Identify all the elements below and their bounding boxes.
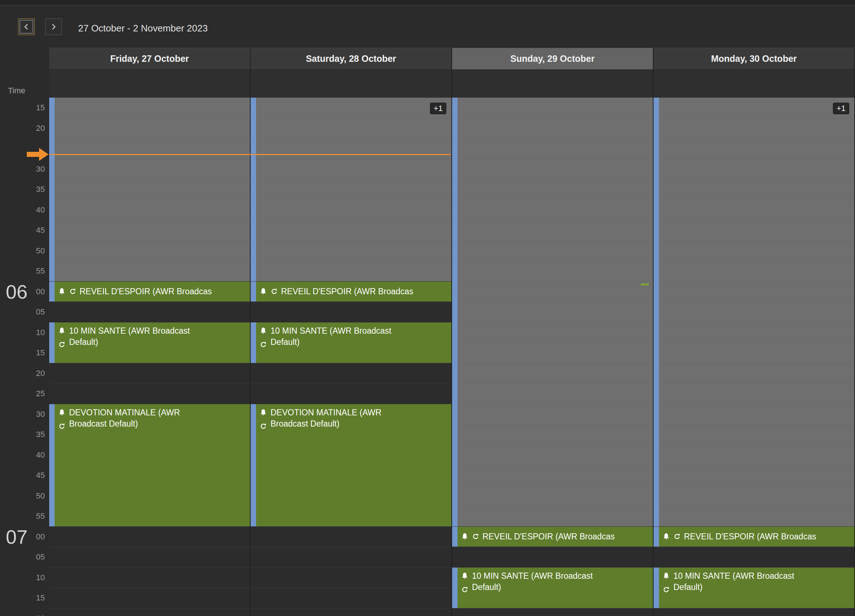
window-top-strip (0, 0, 855, 5)
recurrence-icon (259, 341, 267, 349)
program-event-block[interactable]: REVEIL D'ESPOIR (AWR Broadcas (251, 281, 451, 302)
bell-icon (259, 408, 267, 416)
current-time-arrow-icon (27, 147, 49, 164)
allday-cell-3[interactable] (452, 70, 653, 98)
minute-label: 15 (0, 98, 45, 118)
status-stripe (49, 323, 55, 363)
program-event-block[interactable]: 10 MIN SANTE (AWR Broadcast Default) (251, 323, 451, 363)
allday-cell-2[interactable] (251, 70, 451, 98)
day-column-3[interactable]: REVEIL D'ESPOIR (AWR Broadcas10 MIN SANT… (452, 98, 653, 616)
minute-label: 35 (0, 179, 45, 200)
status-stripe (654, 567, 659, 608)
event-title: REVEIL D'ESPOIR (AWR Broadcas (684, 532, 816, 541)
allday-cell-4[interactable] (654, 70, 854, 98)
continuation-event-block[interactable] (49, 98, 250, 281)
continuation-event-block[interactable] (654, 98, 854, 526)
hour-label: 07 (6, 527, 28, 547)
recurrence-icon (472, 532, 480, 540)
recurrence-icon (270, 287, 278, 295)
event-title: REVEIL D'ESPOIR (AWR Broadcas (483, 532, 615, 541)
minute-label: 55 (0, 506, 45, 526)
status-stripe (654, 527, 659, 547)
minute-label: 15 (0, 588, 45, 608)
bell-icon (58, 327, 66, 335)
minute-label: 20 (0, 118, 45, 138)
event-title: 10 MIN SANTE (AWR Broadcast Default) (673, 570, 798, 593)
day-header-3[interactable]: Sunday, 29 October (452, 48, 653, 69)
status-stripe (452, 527, 458, 547)
minute-label: 05 (0, 302, 45, 322)
event-content: 10 MIN SANTE (AWR Broadcast Default) (256, 323, 450, 363)
day-header-2[interactable]: Saturday, 28 October (251, 48, 451, 69)
recurrence-icon (58, 422, 66, 430)
event-content: REVEIL D'ESPOIR (AWR Broadcas (659, 527, 853, 547)
chevron-left-icon (22, 22, 31, 31)
event-icon-column (58, 326, 66, 349)
bell-icon (461, 572, 469, 580)
recurrence-icon (69, 287, 77, 295)
program-event-block[interactable]: DEVOTION MATINALE (AWR Broadcast Default… (49, 404, 250, 526)
minute-label: 45 (0, 220, 45, 240)
minute-label: 50 (0, 486, 45, 506)
next-period-button[interactable] (45, 18, 62, 35)
bell-icon (58, 287, 66, 295)
event-content: DEVOTION MATINALE (AWR Broadcast Default… (55, 404, 249, 526)
minute-label: 30 (0, 404, 45, 424)
status-stripe (251, 98, 256, 281)
minute-label: 50 (0, 241, 45, 261)
continuation-event-block[interactable] (251, 98, 451, 281)
recurrence-icon (259, 422, 267, 430)
minute-label: 10 (0, 567, 45, 588)
day-column-4[interactable]: REVEIL D'ESPOIR (AWR Broadcas10 MIN SANT… (654, 98, 854, 616)
day-column-1[interactable]: REVEIL D'ESPOIR (AWR Broadcas10 MIN SANT… (49, 98, 250, 616)
bell-icon (461, 532, 469, 540)
program-event-block[interactable]: REVEIL D'ESPOIR (AWR Broadcas (654, 527, 854, 547)
minute-label: 05 (0, 547, 45, 567)
previous-period-button[interactable] (18, 18, 35, 35)
event-title: 10 MIN SANTE (AWR Broadcast Default) (271, 326, 395, 348)
program-event-block[interactable]: 10 MIN SANTE (AWR Broadcast Default) (452, 567, 653, 608)
event-title: REVEIL D'ESPOIR (AWR Broadcas (80, 287, 212, 297)
recurrence-icon (461, 585, 469, 594)
minute-label: 20 (0, 608, 45, 616)
program-event-block[interactable]: 10 MIN SANTE (AWR Broadcast Default) (49, 323, 250, 363)
minute-label: 20 (0, 363, 45, 384)
allday-cell-1[interactable] (49, 70, 250, 98)
day-header-4[interactable]: Monday, 30 October (654, 48, 854, 69)
day-header-1[interactable]: Friday, 27 October (49, 48, 250, 69)
bell-icon (662, 532, 670, 540)
program-event-block[interactable]: REVEIL D'ESPOIR (AWR Broadcas (49, 281, 250, 302)
event-title: DEVOTION MATINALE (AWR Broadcast Default… (271, 407, 395, 430)
status-stripe (452, 567, 458, 608)
minute-label: 35 (0, 424, 45, 445)
hour-label: 06 (6, 281, 28, 302)
minute-label: 15 (0, 343, 45, 363)
event-content: 10 MIN SANTE (AWR Broadcast Default) (55, 323, 249, 363)
recurrence-icon (673, 532, 681, 540)
minute-label: 10 (0, 323, 45, 343)
event-title: REVEIL D'ESPOIR (AWR Broadcas (281, 287, 414, 297)
date-range-label: 27 October - 2 November 2023 (78, 23, 208, 34)
recurrence-icon (58, 341, 66, 349)
recurrence-icon (662, 585, 670, 594)
event-icon-column (259, 407, 267, 430)
status-stripe (49, 281, 55, 302)
event-content: DEVOTION MATINALE (AWR Broadcast Default… (256, 404, 450, 526)
program-event-block[interactable]: DEVOTION MATINALE (AWR Broadcast Default… (251, 404, 451, 526)
event-content: REVEIL D'ESPOIR (AWR Broadcas (458, 527, 652, 547)
more-events-badge[interactable]: +1 (833, 102, 849, 114)
minute-label: 55 (0, 261, 45, 281)
status-stripe (452, 98, 458, 526)
status-stripe (49, 404, 55, 526)
program-event-block[interactable]: REVEIL D'ESPOIR (AWR Broadcas (452, 527, 653, 547)
event-title: DEVOTION MATINALE (AWR Broadcast Default… (69, 407, 194, 430)
continuation-event-block[interactable] (452, 98, 653, 526)
status-stripe (49, 98, 55, 281)
day-column-2[interactable]: REVEIL D'ESPOIR (AWR Broadcas10 MIN SANT… (251, 98, 451, 616)
event-title: 10 MIN SANTE (AWR Broadcast Default) (69, 326, 194, 348)
program-event-block[interactable]: 10 MIN SANTE (AWR Broadcast Default) (654, 567, 854, 608)
event-icon-column (259, 326, 267, 349)
more-events-badge[interactable]: +1 (430, 102, 446, 114)
scheduler-window: 27 October - 2 November 2023 Time 152030… (0, 0, 855, 616)
status-stripe (654, 98, 659, 526)
